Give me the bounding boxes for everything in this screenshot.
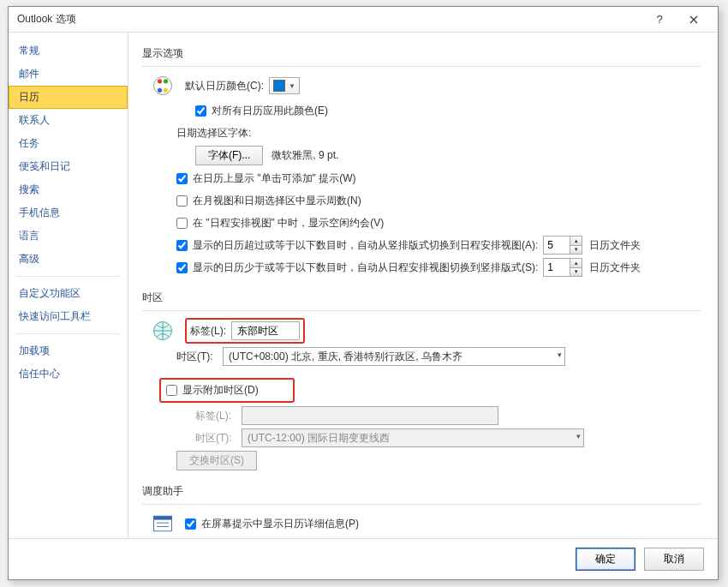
tz-label-input[interactable] <box>231 321 300 340</box>
row-tz-label: 标签(L): <box>149 318 701 344</box>
switch-schedule-suffix: 日历文件夹 <box>589 261 641 275</box>
sidebar-item-contacts[interactable]: 联系人 <box>9 109 128 132</box>
highlight-show-additional: 显示附加时区(D) <box>159 378 295 403</box>
titlebar: Outlook 选项 ? <box>9 7 718 33</box>
svg-point-3 <box>158 88 162 93</box>
sidebar-item-trust-center[interactable]: 信任中心 <box>9 362 128 386</box>
show-week-numbers-checkbox[interactable] <box>176 195 188 207</box>
section-rule <box>142 66 701 67</box>
tz2-select-label: 时区(T): <box>195 431 236 446</box>
outlook-options-dialog: Outlook 选项 ? 常规 邮件 日历 联系人 任务 便笺和日记 搜索 手机… <box>8 6 719 580</box>
sidebar: 常规 邮件 日历 联系人 任务 便笺和日记 搜索 手机信息 语言 高级 自定义功… <box>9 33 128 538</box>
switch-vertical-suffix: 日历文件夹 <box>589 238 641 253</box>
show-additional-tz-label: 显示附加时区(D) <box>182 383 259 398</box>
sidebar-item-notes[interactable]: 便笺和日记 <box>9 155 128 178</box>
tz2-label-input <box>242 406 498 425</box>
sidebar-item-language[interactable]: 语言 <box>9 225 128 248</box>
row-switch-schedule: 显示的日历少于或等于以下数目时，自动从日程安排视图切换到竖排版式(S): ▲▼ … <box>176 258 701 277</box>
dialog-body: 常规 邮件 日历 联系人 任务 便笺和日记 搜索 手机信息 语言 高级 自定义功… <box>9 33 718 538</box>
globe-icon <box>149 319 176 343</box>
row-date-font-label: 日期选择区字体: <box>176 123 701 142</box>
show-click-add-checkbox[interactable] <box>176 173 188 184</box>
row-click-add: 在日历上显示 "单击可添加" 提示(W) <box>176 169 701 188</box>
show-details-tooltip-checkbox[interactable] <box>185 518 196 530</box>
switch-schedule-label: 显示的日历少于或等于以下数目时，自动从日程安排视图切换到竖排版式(S): <box>193 261 538 275</box>
svg-point-0 <box>154 77 172 95</box>
ok-button[interactable]: 确定 <box>576 548 636 571</box>
switch-schedule-spinner[interactable]: ▲▼ <box>543 258 582 277</box>
sidebar-item-general[interactable]: 常规 <box>9 39 128 63</box>
sidebar-item-calendar[interactable]: 日历 <box>9 86 128 109</box>
sidebar-item-mail[interactable]: 邮件 <box>9 63 128 86</box>
row-switch-vertical: 显示的日历超过或等于以下数目时，自动从竖排版式切换到日程安排视图(A): ▲▼ … <box>176 236 701 255</box>
sidebar-item-tasks[interactable]: 任务 <box>9 132 128 155</box>
date-picker-font-label: 日期选择区字体: <box>176 126 251 141</box>
show-click-add-label: 在日历上显示 "单击可添加" 提示(W) <box>193 171 356 186</box>
default-color-label: 默认日历颜色(C): <box>185 79 264 93</box>
row-tz-select: 时区(T): (UTC+08:00) 北京, 重庆, 香港特别行政区, 乌鲁木齐… <box>176 347 701 366</box>
switch-schedule-checkbox[interactable] <box>176 262 188 273</box>
row-show-additional: 显示附加时区(D) <box>159 378 701 403</box>
svg-point-1 <box>158 79 162 83</box>
chevron-down-icon: ▼ <box>289 82 295 90</box>
sidebar-item-advanced[interactable]: 高级 <box>9 248 128 271</box>
section-rule <box>142 504 701 505</box>
show-free-appts-checkbox[interactable] <box>176 218 188 229</box>
svg-rect-7 <box>154 516 172 519</box>
chevron-up-icon[interactable]: ▲ <box>570 259 582 268</box>
tz-dropdown-value: (UTC+08:00) 北京, 重庆, 香港特别行政区, 乌鲁木齐 <box>223 347 565 366</box>
row-tz2-label: 标签(L): <box>195 406 701 425</box>
row-apply-all: 对所有日历应用此颜色(E) <box>195 101 701 120</box>
tz2-dropdown: (UTC-12:00) 国际日期变更线西 ▾ <box>242 428 584 447</box>
switch-vertical-label: 显示的日历超过或等于以下数目时，自动从竖排版式切换到日程安排视图(A): <box>193 238 538 253</box>
section-rule <box>142 310 701 311</box>
chevron-down-icon[interactable]: ▼ <box>570 246 582 255</box>
window-title: Outlook 选项 <box>17 12 642 27</box>
show-free-appts-label: 在 "日程安排视图" 中时，显示空闲约会(V) <box>193 216 384 231</box>
svg-point-2 <box>164 79 168 83</box>
default-color-picker[interactable]: ▼ <box>269 77 300 94</box>
sidebar-item-quick-access[interactable]: 快速访问工具栏 <box>9 305 128 328</box>
section-display-options: 显示选项 <box>142 43 701 64</box>
sidebar-item-customize-ribbon[interactable]: 自定义功能区 <box>9 282 128 305</box>
sidebar-separator <box>15 276 121 277</box>
row-tz2-select: 时区(T): (UTC-12:00) 国际日期变更线西 ▾ <box>195 428 701 447</box>
dialog-footer: 确定 取消 <box>9 538 718 579</box>
row-date-font: 字体(F)... 微软雅黑, 9 pt. <box>195 146 701 165</box>
row-week-numbers: 在月视图和日期选择区中显示周数(N) <box>176 191 701 210</box>
content-pane: 显示选项 默认日历颜色(C): ▼ 对所有日历应用此颜色(E) 日期选择区字体:… <box>128 33 718 538</box>
apply-all-checkbox[interactable] <box>195 105 206 117</box>
svg-point-4 <box>164 88 168 93</box>
section-scheduling: 调度助手 <box>142 481 701 502</box>
section-timezone: 时区 <box>142 287 701 308</box>
close-button[interactable] <box>677 8 711 32</box>
color-square-icon <box>273 80 285 92</box>
sidebar-separator <box>15 333 121 334</box>
swap-timezone-button: 交换时区(S) <box>176 451 257 470</box>
help-button[interactable]: ? <box>642 8 677 32</box>
sidebar-item-search[interactable]: 搜索 <box>9 178 128 201</box>
row-sched-tip: 在屏幕提示中显示日历详细信息(P) <box>149 512 701 536</box>
row-swap-tz: 交换时区(S) <box>176 451 701 470</box>
show-additional-tz-checkbox[interactable] <box>166 385 177 396</box>
font-button[interactable]: 字体(F)... <box>195 146 263 165</box>
switch-vertical-checkbox[interactable] <box>176 240 188 251</box>
sidebar-item-mobile[interactable]: 手机信息 <box>9 201 128 225</box>
calendar-details-icon <box>149 512 176 536</box>
tz2-label-label: 标签(L): <box>195 409 236 423</box>
palette-icon <box>149 74 176 98</box>
chevron-down-icon[interactable]: ▼ <box>570 268 582 277</box>
spinner-buttons[interactable]: ▲▼ <box>570 259 582 276</box>
row-default-color: 默认日历颜色(C): ▼ <box>149 74 701 98</box>
chevron-up-icon[interactable]: ▲ <box>570 237 582 246</box>
show-week-numbers-label: 在月视图和日期选择区中显示周数(N) <box>193 194 361 208</box>
spinner-buttons[interactable]: ▲▼ <box>570 237 582 254</box>
highlight-tz-label: 标签(L): <box>185 318 305 344</box>
sidebar-item-addins[interactable]: 加载项 <box>9 339 128 362</box>
switch-vertical-spinner[interactable]: ▲▼ <box>543 236 582 255</box>
close-icon <box>689 15 698 24</box>
tz-dropdown[interactable]: (UTC+08:00) 北京, 重庆, 香港特别行政区, 乌鲁木齐 ▾ <box>223 347 565 366</box>
cancel-button[interactable]: 取消 <box>644 548 704 571</box>
tz2-dropdown-value: (UTC-12:00) 国际日期变更线西 <box>242 428 584 447</box>
apply-all-label: 对所有日历应用此颜色(E) <box>212 104 328 118</box>
